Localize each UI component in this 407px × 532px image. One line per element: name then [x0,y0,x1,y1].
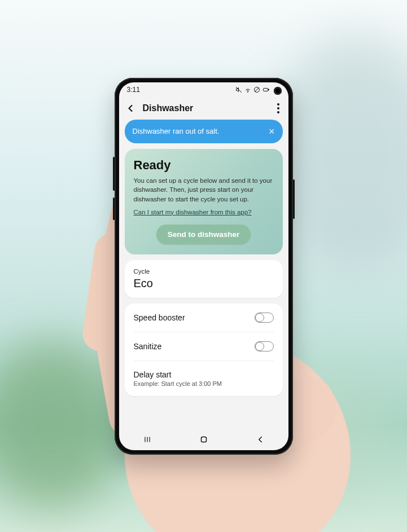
status-bar: 3:11 [119,82,288,97]
delay-start-row[interactable]: Delay start Example: Start cycle at 3:00… [134,361,274,396]
svg-point-1 [247,91,248,92]
sanitize-label: Sanitize [134,342,162,351]
svg-rect-4 [263,88,268,91]
cycle-card[interactable]: Cycle Eco [125,260,283,298]
ready-body: You can set up a cycle below and send it… [134,176,274,204]
svg-line-3 [255,87,259,91]
ready-title: Ready [134,158,274,173]
more-menu-icon[interactable] [274,100,283,117]
recents-icon[interactable] [142,436,152,446]
screen: 3:11 Dishwasher [119,82,288,450]
speed-booster-toggle[interactable] [255,313,274,323]
wifi-icon [244,86,251,93]
front-camera [274,87,282,95]
close-icon[interactable]: × [269,126,275,137]
ready-card: Ready You can set up a cycle below and s… [125,149,283,254]
send-to-dishwasher-button[interactable]: Send to dishwasher [156,225,251,244]
alert-banner: Dishwasher ran out of salt. × [125,120,283,143]
phone-side-button [113,157,115,191]
cycle-label: Cycle [134,268,274,275]
sanitize-row[interactable]: Sanitize [134,332,274,361]
phone-frame: 3:11 Dishwasher [115,78,293,455]
battery-icon [262,86,269,93]
options-card: Speed booster Sanitize Delay start Examp… [125,304,283,396]
app-header: Dishwasher [119,97,288,120]
back-icon[interactable] [125,103,136,114]
alert-text: Dishwasher ran out of salt. [133,127,220,135]
svg-rect-5 [268,89,269,90]
phone-side-button [293,179,295,219]
mute-icon [235,86,242,93]
svg-rect-9 [201,437,206,442]
delay-start-sub: Example: Start cycle at 3:00 PM [134,380,222,387]
cycle-value: Eco [134,277,274,290]
speed-booster-label: Speed booster [134,313,185,322]
system-nav-bar [119,431,288,450]
no-sim-icon [253,86,260,93]
ready-help-link[interactable]: Can I start my dishwasher from this app? [134,209,252,216]
back-nav-icon[interactable] [255,434,265,447]
page-title: Dishwasher [143,103,194,113]
home-icon[interactable] [199,434,209,447]
phone-side-button [113,197,115,220]
sanitize-toggle[interactable] [255,341,274,351]
delay-start-label: Delay start [134,370,222,379]
speed-booster-row[interactable]: Speed booster [134,304,274,332]
status-time: 3:11 [127,86,140,94]
content: Dishwasher ran out of salt. × Ready You … [119,120,288,431]
